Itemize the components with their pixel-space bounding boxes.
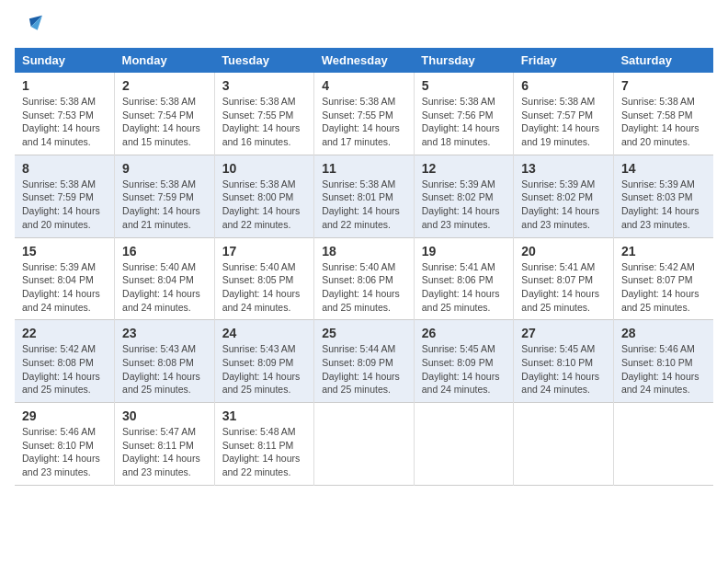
sunset-label: Sunset: 8:08 PM	[122, 357, 194, 368]
header-row: SundayMondayTuesdayWednesdayThursdayFrid…	[15, 48, 713, 73]
day-info: Sunrise: 5:39 AM Sunset: 8:03 PM Dayligh…	[621, 178, 706, 232]
day-info: Sunrise: 5:48 AM Sunset: 8:11 PM Dayligh…	[222, 425, 307, 479]
sunset-label: Sunset: 7:57 PM	[521, 109, 593, 121]
sunset-label: Sunset: 8:10 PM	[621, 357, 693, 368]
day-number: 17	[222, 244, 307, 259]
daylight-minutes: and 22 minutes.	[222, 466, 291, 477]
sunrise-label: Sunrise: 5:38 AM	[621, 96, 695, 107]
day-number: 12	[422, 161, 506, 176]
day-number: 22	[22, 326, 107, 340]
daylight-minutes: and 25 minutes.	[322, 384, 391, 395]
daylight-label: Daylight: 14 hours	[521, 371, 599, 382]
calendar-cell: 1 Sunrise: 5:38 AM Sunset: 7:53 PM Dayli…	[15, 73, 115, 155]
daylight-label: Daylight: 14 hours	[22, 371, 100, 382]
calendar-cell: 16 Sunrise: 5:40 AM Sunset: 8:04 PM Dayl…	[115, 237, 215, 320]
day-number: 15	[22, 244, 107, 259]
calendar-cell: 13 Sunrise: 5:39 AM Sunset: 8:02 PM Dayl…	[514, 155, 614, 237]
daylight-label: Daylight: 14 hours	[222, 122, 301, 133]
day-info: Sunrise: 5:45 AM Sunset: 8:09 PM Dayligh…	[422, 342, 506, 396]
daylight-minutes: and 25 minutes.	[22, 384, 91, 395]
day-info: Sunrise: 5:38 AM Sunset: 8:00 PM Dayligh…	[222, 178, 307, 232]
day-info: Sunrise: 5:39 AM Sunset: 8:04 PM Dayligh…	[22, 260, 107, 315]
daylight-minutes: and 24 minutes.	[222, 302, 291, 313]
daylight-label: Daylight: 14 hours	[521, 122, 599, 133]
week-row-5: 29 Sunrise: 5:46 AM Sunset: 8:10 PM Dayl…	[15, 403, 713, 486]
sunrise-label: Sunrise: 5:42 AM	[621, 261, 695, 272]
day-info: Sunrise: 5:45 AM Sunset: 8:10 PM Dayligh…	[521, 342, 606, 396]
daylight-label: Daylight: 14 hours	[122, 122, 200, 133]
sunrise-label: Sunrise: 5:38 AM	[422, 96, 495, 107]
calendar-cell: 10 Sunrise: 5:38 AM Sunset: 8:00 PM Dayl…	[214, 155, 314, 237]
calendar-cell: 31 Sunrise: 5:48 AM Sunset: 8:11 PM Dayl…	[214, 403, 314, 486]
calendar-cell: 25 Sunrise: 5:44 AM Sunset: 8:09 PM Dayl…	[314, 320, 415, 403]
page-header	[15, 15, 713, 40]
day-number: 3	[222, 78, 307, 93]
header-wednesday: Wednesday	[314, 48, 415, 73]
day-info: Sunrise: 5:41 AM Sunset: 8:06 PM Dayligh…	[422, 260, 506, 315]
sunset-label: Sunset: 8:05 PM	[222, 274, 294, 285]
header-thursday: Thursday	[414, 48, 514, 73]
day-info: Sunrise: 5:41 AM Sunset: 8:07 PM Dayligh…	[521, 260, 606, 315]
header-sunday: Sunday	[15, 48, 115, 73]
day-info: Sunrise: 5:39 AM Sunset: 8:02 PM Dayligh…	[422, 178, 506, 232]
day-info: Sunrise: 5:38 AM Sunset: 7:58 PM Dayligh…	[621, 95, 706, 149]
calendar-cell	[414, 403, 514, 486]
day-info: Sunrise: 5:42 AM Sunset: 8:08 PM Dayligh…	[22, 342, 107, 396]
header-tuesday: Tuesday	[214, 48, 314, 73]
daylight-label: Daylight: 14 hours	[22, 288, 100, 299]
day-info: Sunrise: 5:38 AM Sunset: 7:55 PM Dayligh…	[322, 95, 406, 149]
calendar-cell	[314, 403, 415, 486]
header-friday: Friday	[514, 48, 614, 73]
day-info: Sunrise: 5:38 AM Sunset: 7:55 PM Dayligh…	[222, 95, 307, 149]
daylight-minutes: and 23 minutes.	[621, 219, 690, 230]
daylight-label: Daylight: 14 hours	[322, 122, 400, 133]
sunset-label: Sunset: 8:11 PM	[122, 440, 194, 451]
day-number: 7	[621, 78, 706, 93]
day-info: Sunrise: 5:38 AM Sunset: 7:54 PM Dayligh…	[122, 95, 207, 149]
day-number: 20	[521, 244, 606, 259]
daylight-minutes: and 17 minutes.	[322, 136, 391, 147]
daylight-minutes: and 20 minutes.	[22, 219, 91, 230]
day-info: Sunrise: 5:38 AM Sunset: 7:59 PM Dayligh…	[122, 178, 207, 232]
calendar-cell: 11 Sunrise: 5:38 AM Sunset: 8:01 PM Dayl…	[314, 155, 415, 237]
daylight-minutes: and 23 minutes.	[122, 466, 191, 477]
calendar-body: 1 Sunrise: 5:38 AM Sunset: 7:53 PM Dayli…	[15, 73, 713, 485]
daylight-minutes: and 24 minutes.	[621, 384, 690, 395]
calendar-cell: 26 Sunrise: 5:45 AM Sunset: 8:09 PM Dayl…	[414, 320, 514, 403]
daylight-minutes: and 25 minutes.	[521, 302, 590, 313]
day-number: 30	[122, 408, 207, 423]
sunset-label: Sunset: 7:56 PM	[422, 109, 494, 121]
sunrise-label: Sunrise: 5:41 AM	[521, 261, 595, 272]
day-number: 8	[22, 161, 107, 176]
sunset-label: Sunset: 8:10 PM	[22, 440, 94, 451]
daylight-label: Daylight: 14 hours	[521, 288, 599, 299]
calendar-cell: 8 Sunrise: 5:38 AM Sunset: 7:59 PM Dayli…	[15, 155, 115, 237]
daylight-label: Daylight: 14 hours	[422, 288, 500, 299]
day-number: 18	[322, 244, 406, 259]
daylight-minutes: and 19 minutes.	[521, 136, 590, 147]
header-saturday: Saturday	[613, 48, 713, 73]
day-info: Sunrise: 5:39 AM Sunset: 8:02 PM Dayligh…	[521, 178, 606, 232]
sunrise-label: Sunrise: 5:47 AM	[122, 426, 196, 437]
sunrise-label: Sunrise: 5:48 AM	[222, 426, 296, 437]
daylight-minutes: and 14 minutes.	[22, 136, 91, 147]
daylight-minutes: and 24 minutes.	[521, 384, 590, 395]
day-number: 28	[621, 326, 706, 340]
sunrise-label: Sunrise: 5:38 AM	[122, 96, 196, 107]
daylight-label: Daylight: 14 hours	[322, 205, 400, 216]
sunrise-label: Sunrise: 5:41 AM	[422, 261, 495, 272]
sunrise-label: Sunrise: 5:43 AM	[122, 343, 196, 354]
day-info: Sunrise: 5:38 AM Sunset: 7:53 PM Dayligh…	[22, 95, 107, 149]
day-number: 29	[22, 408, 107, 423]
daylight-label: Daylight: 14 hours	[222, 288, 301, 299]
sunset-label: Sunset: 7:53 PM	[22, 109, 94, 121]
sunrise-label: Sunrise: 5:39 AM	[22, 261, 96, 272]
day-info: Sunrise: 5:47 AM Sunset: 8:11 PM Dayligh…	[122, 425, 207, 479]
daylight-label: Daylight: 14 hours	[422, 371, 500, 382]
day-info: Sunrise: 5:38 AM Sunset: 7:57 PM Dayligh…	[521, 95, 606, 149]
calendar-cell: 7 Sunrise: 5:38 AM Sunset: 7:58 PM Dayli…	[613, 73, 713, 155]
day-info: Sunrise: 5:40 AM Sunset: 8:04 PM Dayligh…	[122, 260, 207, 315]
daylight-label: Daylight: 14 hours	[122, 288, 200, 299]
day-info: Sunrise: 5:44 AM Sunset: 8:09 PM Dayligh…	[322, 342, 406, 396]
daylight-label: Daylight: 14 hours	[222, 371, 301, 382]
